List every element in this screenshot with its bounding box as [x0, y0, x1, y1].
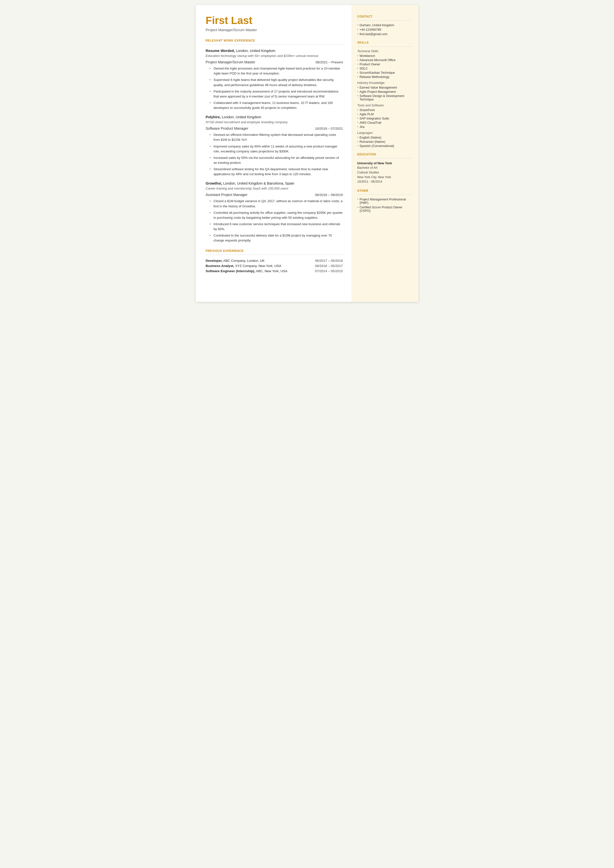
skill-item: Romanian (Native)	[357, 140, 413, 143]
skills-container: Technical Skills:WorkbenchAdvanced Micro…	[357, 50, 413, 148]
skill-item: AWS CloudTrail	[357, 121, 413, 124]
prev-exp-dates: 06/2017 – 05/2018	[315, 259, 343, 262]
bullet-list: Devised an efficient information filteri…	[210, 132, 343, 177]
resume-page: First Last Project Manager/Scrum Master …	[196, 5, 419, 302]
prev-exp-row: Developer, ABC Company, London, UK06/201…	[206, 259, 343, 262]
contact-item: +44 123456789	[357, 28, 413, 31]
company-header: Resume Worded, London, United Kingdom	[206, 48, 343, 53]
list-item: Introduced 8 new customer service techni…	[210, 222, 343, 231]
contact-item: Durham, United Kingdom	[357, 23, 413, 27]
other-divider	[357, 194, 413, 195]
skill-item: Software Design & Development Technique	[357, 94, 413, 101]
contact-title: CONTACT	[357, 15, 413, 18]
prev-exp-company: Developer, ABC Company, London, UK	[206, 259, 265, 262]
list-item: Contributed to the successful delivery d…	[210, 233, 343, 243]
prev-exp-row: Software Engineer (Internship), ABC, New…	[206, 269, 343, 273]
role-dates: 08/2021 – Present	[316, 61, 343, 64]
role-title: Assistant Project Manager	[206, 193, 248, 197]
previous-exp-title: PREVIOUS EXPERIENCE	[206, 249, 343, 253]
list-item: Streamlined software testing for the QA …	[210, 167, 343, 177]
other-container: Project Management Professional (PMP).Ce…	[357, 198, 413, 213]
skill-item: Spanish (Conversational)	[357, 144, 413, 148]
skills-title: SKILLS	[357, 41, 413, 44]
edu-institution: University of New York	[357, 161, 413, 165]
skill-item: Product Owner	[357, 63, 413, 66]
other-title: OTHER	[357, 189, 413, 193]
skill-item: SharePoint	[357, 109, 413, 112]
prev-exp-dates: 07/2014 – 05/2015	[315, 269, 343, 273]
role-title: Project Manager/Scrum Master	[206, 60, 256, 64]
contact-section: CONTACT Durham, United Kingdom+44 123456…	[357, 15, 413, 36]
company-header: Growthsi, London, United Kingdom & Barce…	[206, 181, 343, 186]
bullet-list: Owned the Agile processes and championed…	[210, 66, 343, 110]
company-name: Polyhire,	[206, 115, 221, 119]
left-column: First Last Project Manager/Scrum Master …	[196, 5, 352, 302]
list-item: Participated in the maturity assessment …	[210, 89, 343, 99]
other-section: OTHER Project Management Professional (P…	[357, 189, 413, 213]
role-row: Project Manager/Scrum Master08/2021 – Pr…	[206, 60, 343, 64]
role-row: Software Product Manager10/2019 – 07/202…	[206, 126, 343, 130]
skill-item: Workbench	[357, 54, 413, 57]
prev-exp-company: Software Engineer (Internship), ABC, New…	[206, 269, 288, 273]
company-desc: NYSE-listed recruitment and employer bra…	[206, 120, 343, 124]
skill-item: Advanced Microsoft Office	[357, 58, 413, 62]
list-item: Devised an efficient information filteri…	[210, 132, 343, 142]
company-desc: Education technology startup with 50+ em…	[206, 54, 343, 57]
prev-exp-dates: 06/2016 – 05/2017	[315, 264, 343, 268]
other-item: Project Management Professional (PMP).	[357, 198, 413, 205]
role-title: Software Product Manager	[206, 126, 248, 130]
bullet-list: Closed a $1M budget variance in Q4, 2017…	[210, 199, 343, 243]
companies-container: Resume Worded, London, United KingdomEdu…	[206, 48, 343, 243]
company-header: Polyhire, London, United Kingdom	[206, 115, 343, 119]
skills-section: SKILLS Technical Skills:WorkbenchAdvance…	[357, 41, 413, 148]
list-item: Collaborated with 3 management teams, 11…	[210, 101, 343, 110]
education-divider	[357, 158, 413, 158]
relevant-work-divider	[206, 44, 343, 45]
prev-exp-row: Business Analyst, XYZ Company, New York,…	[206, 264, 343, 268]
skills-category-label: Industry Knowledge:	[357, 81, 413, 85]
skill-item: Agile PLM	[357, 113, 413, 116]
list-item: Increased sales by 50% via the successfu…	[210, 155, 343, 165]
name: First Last	[206, 15, 343, 26]
skill-item: SAP Integration Suite	[357, 117, 413, 120]
education-section: EDUCATION University of New YorkBachelor…	[357, 153, 413, 184]
contact-items: Durham, United Kingdom+44 123456789first…	[357, 23, 413, 36]
right-column: CONTACT Durham, United Kingdom+44 123456…	[352, 5, 419, 302]
company-desc: Career training and membership SaaS with…	[206, 186, 343, 190]
skills-category-label: Tools and Software:	[357, 104, 413, 107]
company-block: Growthsi, London, United Kingdom & Barce…	[206, 181, 343, 243]
prev-exp-company: Business Analyst, XYZ Company, New York,…	[206, 264, 281, 268]
contact-item: first.last@gmail.com	[357, 33, 413, 36]
skill-item: English (Native)	[357, 136, 413, 139]
role-row: Assistant Project Manager06/2018 – 09/20…	[206, 193, 343, 197]
education-entry: University of New YorkBachelor of ArtCul…	[357, 161, 413, 184]
role-dates: 06/2018 – 09/2019	[315, 193, 343, 197]
skill-item: Scrum/Kanban Technique	[357, 71, 413, 75]
skill-item: Agile Project Management	[357, 90, 413, 93]
list-item: Closed a $1M budget variance in Q4, 2017…	[210, 199, 343, 209]
company-location: London, United Kingdom	[221, 115, 261, 119]
skill-item: Earned Value Management	[357, 86, 413, 89]
company-block: Polyhire, London, United KingdomNYSE-lis…	[206, 115, 343, 177]
relevant-work-title: RELEVANT WORK EXPERIENCE	[206, 39, 343, 42]
skills-category-label: Technical Skills:	[357, 50, 413, 53]
skills-divider	[357, 46, 413, 47]
company-location: London, United Kingdom & Barcelona, Spai…	[222, 182, 294, 185]
list-item: Supervised 8 Agile teams that delivered …	[210, 78, 343, 87]
list-item: Owned the Agile processes and championed…	[210, 66, 343, 76]
skill-item: Jira	[357, 125, 413, 129]
education-container: University of New YorkBachelor of ArtCul…	[357, 161, 413, 184]
company-name: Growthsi,	[206, 182, 222, 185]
subtitle: Project Manager/Scrum Master	[206, 28, 343, 32]
role-dates: 10/2019 – 07/2021	[315, 127, 343, 130]
list-item: Controlled all purchasing activity for o…	[210, 210, 343, 220]
education-title: EDUCATION	[357, 153, 413, 156]
company-block: Resume Worded, London, United KingdomEdu…	[206, 48, 343, 110]
company-name: Resume Worded,	[206, 49, 235, 53]
list-item: Improved company sales by 60% within 11 …	[210, 144, 343, 154]
skills-category-label: Languages:	[357, 131, 413, 135]
prev-exp-container: Developer, ABC Company, London, UK06/201…	[206, 259, 343, 273]
edu-detail: Bachelor of ArtCultural StudiesNew York …	[357, 166, 413, 184]
skill-item: SDLC	[357, 67, 413, 70]
company-location: London, United Kingdom	[235, 49, 276, 53]
